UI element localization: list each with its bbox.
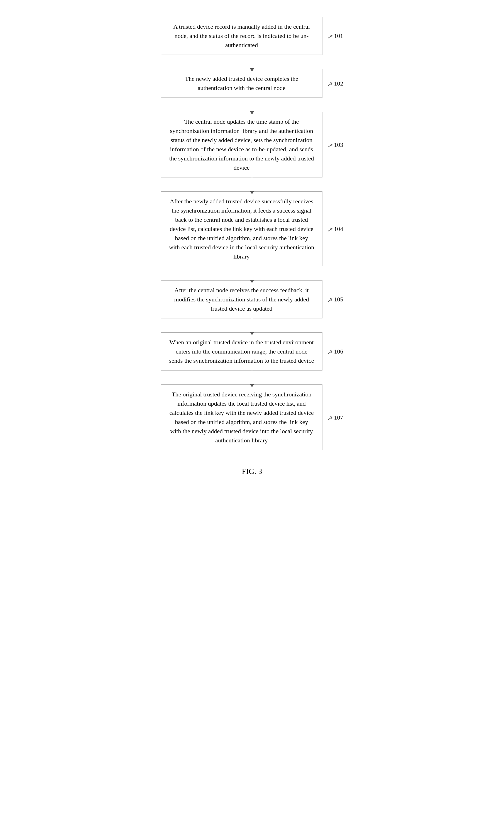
- curved-arrow-105: ↗: [326, 295, 334, 305]
- step-wrapper-101: A trusted device record is manually adde…: [127, 17, 377, 69]
- step-row-107: The original trusted device receiving th…: [127, 384, 377, 450]
- step-text-102: The newly added trusted device completes…: [185, 75, 298, 91]
- step-number-101: ↗ 101: [327, 32, 343, 41]
- step-label-103: 103: [334, 141, 343, 148]
- step-wrapper-103: The central node updates the time stamp …: [127, 112, 377, 191]
- step-text-107: The original trusted device receiving th…: [169, 391, 314, 444]
- step-label-102: 102: [334, 80, 343, 87]
- step-number-105: ↗ 105: [327, 296, 343, 305]
- step-text-104: After the newly added trusted device suc…: [169, 198, 315, 260]
- step-number-107: ↗ 107: [327, 414, 343, 423]
- step-label-105: 105: [334, 296, 343, 303]
- arrow-106-107: [252, 371, 252, 384]
- step-number-106: ↗ 106: [327, 348, 343, 356]
- arrow-102-103: [252, 98, 252, 112]
- flowchart: A trusted device record is manually adde…: [127, 17, 377, 450]
- step-label-104: 104: [334, 225, 343, 233]
- step-number-103: ↗ 103: [327, 141, 343, 150]
- step-box-105: After the central node receives the succ…: [161, 280, 322, 318]
- arrow-105-106: [252, 318, 252, 332]
- step-wrapper-107: The original trusted device receiving th…: [127, 384, 377, 450]
- step-number-104: ↗ 104: [327, 225, 343, 234]
- step-box-107: The original trusted device receiving th…: [161, 384, 322, 450]
- step-row-105: After the central node receives the succ…: [127, 280, 377, 318]
- step-row-106: When an original trusted device in the t…: [127, 332, 377, 371]
- curved-arrow-106: ↗: [326, 347, 334, 357]
- step-wrapper-106: When an original trusted device in the t…: [127, 332, 377, 384]
- arrow-101-102: [252, 55, 252, 69]
- step-text-101: A trusted device record is manually adde…: [173, 23, 310, 49]
- curved-arrow-102: ↗: [326, 79, 334, 89]
- step-row-103: The central node updates the time stamp …: [127, 112, 377, 177]
- step-label-101: 101: [334, 32, 343, 39]
- curved-arrow-103: ↗: [326, 141, 334, 150]
- step-wrapper-102: The newly added trusted device completes…: [127, 69, 377, 112]
- step-row-104: After the newly added trusted device suc…: [127, 191, 377, 266]
- step-box-103: The central node updates the time stamp …: [161, 112, 322, 177]
- step-box-101: A trusted device record is manually adde…: [161, 17, 322, 55]
- curved-arrow-107: ↗: [326, 413, 334, 423]
- curved-arrow-104: ↗: [326, 225, 334, 234]
- arrow-103-104: [252, 177, 252, 191]
- curved-arrow-101: ↗: [326, 32, 334, 41]
- step-row-102: The newly added trusted device completes…: [127, 69, 377, 98]
- step-box-102: The newly added trusted device completes…: [161, 69, 322, 98]
- step-label-107: 107: [334, 414, 343, 421]
- page-container: A trusted device record is manually adde…: [127, 17, 377, 476]
- step-wrapper-105: After the central node receives the succ…: [127, 280, 377, 332]
- step-text-103: The central node updates the time stamp …: [169, 118, 314, 171]
- step-box-106: When an original trusted device in the t…: [161, 332, 322, 371]
- step-box-104: After the newly added trusted device suc…: [161, 191, 322, 266]
- step-row-101: A trusted device record is manually adde…: [127, 17, 377, 55]
- figure-label: FIG. 3: [242, 467, 262, 476]
- step-text-105: After the central node receives the succ…: [174, 287, 309, 312]
- step-text-106: When an original trusted device in the t…: [169, 339, 314, 364]
- step-wrapper-104: After the newly added trusted device suc…: [127, 191, 377, 280]
- step-label-106: 106: [334, 348, 343, 355]
- arrow-104-105: [252, 266, 252, 280]
- step-number-102: ↗ 102: [327, 80, 343, 89]
